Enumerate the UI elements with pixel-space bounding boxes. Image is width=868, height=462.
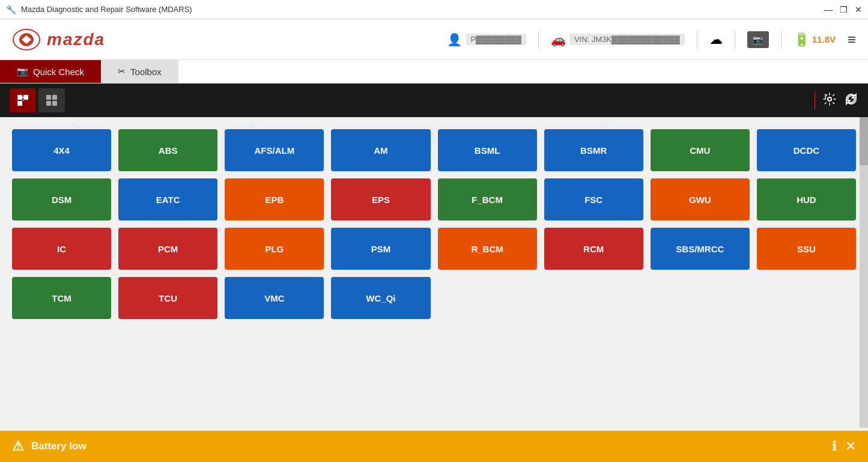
user-name: P▓▓▓▓▓▓▓▓: [466, 34, 526, 45]
menu-button[interactable]: ≡: [848, 31, 856, 48]
battery-indicator: 🔋 11.8V: [794, 32, 836, 47]
quick-check-label: Quick Check: [33, 67, 84, 77]
svg-rect-3: [17, 101, 22, 106]
refresh-button[interactable]: [844, 92, 858, 109]
battery-icon: 🔋: [794, 32, 810, 47]
module-btn-wc_qi[interactable]: WC_Qi: [331, 277, 430, 319]
mazda-logo-text: mazda: [47, 30, 105, 49]
module-grid: 4X4ABSAFS/ALMAMBSMLBSMRCMUDCDCDSMEATCEPB…: [12, 129, 856, 319]
module-btn-tcm[interactable]: TCM: [12, 277, 111, 319]
module-btn-am[interactable]: AM: [331, 129, 430, 171]
user-icon: 👤: [447, 32, 462, 47]
toolbar: [0, 84, 868, 117]
svg-rect-1: [17, 95, 22, 100]
module-btn-pcm[interactable]: PCM: [118, 228, 217, 270]
info-button[interactable]: ℹ: [832, 439, 837, 454]
title-bar: 🔧 Mazda Diagnostic and Repair Software (…: [0, 0, 868, 19]
divider-2: [697, 31, 697, 49]
header: mazda 👤 P▓▓▓▓▓▓▓▓ 🚗 VIN: JM3K▓▓▓▓▓▓▓▓▓▓▓…: [0, 19, 868, 60]
module-btn-afs_alm[interactable]: AFS/ALM: [225, 129, 324, 171]
vin-label: VIN: JM3K▓▓▓▓▓▓▓▓▓▓▓▓: [569, 34, 685, 45]
grid-icon: [45, 94, 58, 107]
maximize-button[interactable]: ❐: [840, 5, 848, 14]
divider-4: [781, 31, 782, 49]
toolbox-label: Toolbox: [130, 67, 162, 77]
toolbar-left: [10, 88, 65, 112]
screenshot-icon[interactable]: 📷: [747, 31, 769, 48]
module-btn-gwu[interactable]: GWU: [651, 178, 750, 220]
battery-low-text: Battery low: [31, 440, 86, 452]
module-btn-dcdc[interactable]: DCDC: [757, 129, 856, 171]
main-content: 🔧 viet-odo.com 🔧 viet-odo.com 🔧 viet-odo…: [0, 117, 868, 428]
module-btn-abs[interactable]: ABS: [118, 129, 217, 171]
settings-icon-button[interactable]: [822, 92, 837, 109]
quick-check-icon: 📷: [17, 66, 28, 77]
toolbar-right: [815, 91, 858, 109]
app-icon: 🔧: [6, 5, 16, 14]
scrollbar-track[interactable]: [860, 117, 868, 428]
divider-3: [735, 31, 735, 49]
tab-bar: 📷 Quick Check ✂ Toolbox: [0, 60, 868, 84]
svg-rect-2: [23, 95, 28, 100]
module-btn-fsc[interactable]: FSC: [544, 178, 643, 220]
divider-1: [538, 31, 539, 49]
minimize-button[interactable]: —: [824, 5, 833, 14]
module-btn-hud[interactable]: HUD: [757, 178, 856, 220]
scrollbar-thumb[interactable]: [860, 117, 868, 165]
toolbox-icon: ✂: [118, 66, 126, 77]
status-actions: ℹ ✕: [832, 439, 856, 454]
close-button[interactable]: ✕: [855, 5, 862, 14]
svg-point-10: [828, 97, 831, 101]
module-btn-epb[interactable]: EPB: [225, 178, 324, 220]
tab-toolbox[interactable]: ✂ Toolbox: [101, 60, 178, 83]
module-btn-tcu[interactable]: TCU: [118, 277, 217, 319]
warning-icon: ⚠: [12, 439, 24, 454]
module-btn-f_bcm[interactable]: F_BCM: [438, 178, 537, 220]
svg-rect-9: [52, 101, 57, 106]
toolbar-divider: [815, 91, 815, 109]
module-btn-plg[interactable]: PLG: [225, 228, 324, 270]
module-btn-4x4[interactable]: 4X4: [12, 129, 111, 171]
diagram-view-button[interactable]: [10, 88, 36, 112]
module-btn-dsm[interactable]: DSM: [12, 178, 111, 220]
module-btn-vmc[interactable]: VMC: [225, 277, 324, 319]
module-btn-sbs_mrcc[interactable]: SBS/MRCC: [651, 228, 750, 270]
logo: mazda: [12, 28, 105, 51]
tab-quick-check[interactable]: 📷 Quick Check: [0, 60, 101, 83]
battery-voltage: 11.8V: [812, 34, 836, 44]
module-btn-ssu[interactable]: SSU: [757, 228, 856, 270]
status-bar: ⚠ Battery low ℹ ✕: [0, 431, 868, 462]
svg-rect-8: [46, 101, 51, 106]
status-close-button[interactable]: ✕: [845, 439, 856, 454]
module-btn-eatc[interactable]: EATC: [118, 178, 217, 220]
vin-info: 🚗 VIN: JM3K▓▓▓▓▓▓▓▓▓▓▓▓: [551, 32, 685, 47]
car-icon: 🚗: [551, 32, 566, 47]
module-btn-eps[interactable]: EPS: [331, 178, 430, 220]
module-btn-bsml[interactable]: BSML: [438, 129, 537, 171]
module-btn-cmu[interactable]: CMU: [651, 129, 750, 171]
user-info: 👤 P▓▓▓▓▓▓▓▓: [447, 32, 526, 47]
module-btn-bsmr[interactable]: BSMR: [544, 129, 643, 171]
mazda-symbol-icon: [12, 28, 41, 51]
module-btn-psm[interactable]: PSM: [331, 228, 430, 270]
diagram-icon: [16, 94, 29, 107]
status-message: ⚠ Battery low: [12, 439, 86, 454]
header-controls: 👤 P▓▓▓▓▓▓▓▓ 🚗 VIN: JM3K▓▓▓▓▓▓▓▓▓▓▓▓ ☁ 📷 …: [447, 31, 856, 49]
module-btn-r_bcm[interactable]: R_BCM: [438, 228, 537, 270]
title-bar-text: Mazda Diagnostic and Repair Software (MD…: [21, 5, 192, 14]
cloud-icon[interactable]: ☁: [709, 32, 723, 47]
svg-rect-6: [46, 95, 51, 100]
module-btn-rcm[interactable]: RCM: [544, 228, 643, 270]
grid-view-button[interactable]: [38, 88, 65, 112]
module-btn-ic[interactable]: IC: [12, 228, 111, 270]
svg-rect-7: [52, 95, 57, 100]
